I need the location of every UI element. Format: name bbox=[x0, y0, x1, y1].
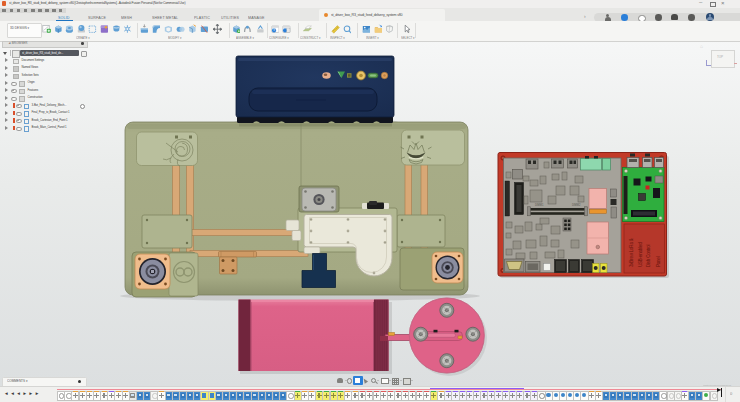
svg-text:DIMM1: DIMM1 bbox=[535, 203, 544, 207]
svg-text:DIMM2: DIMM2 bbox=[572, 203, 581, 207]
